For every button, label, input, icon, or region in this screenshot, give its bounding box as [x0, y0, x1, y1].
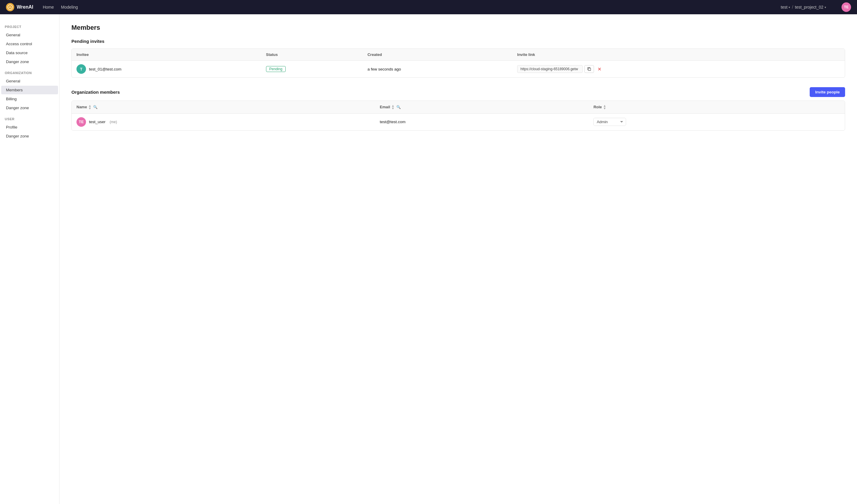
sidebar-item-user-profile[interactable]: Profile [1, 123, 58, 132]
created-time: a few seconds ago [368, 67, 401, 71]
org-members-header: Organization members Invite people [71, 87, 845, 97]
app-name: WrenAI [17, 4, 33, 10]
sidebar-item-user-danger-zone[interactable]: Danger zone [1, 132, 58, 140]
org-members-table-container: Name ▲▼ 🔍 Email ▲▼ [71, 101, 845, 131]
col-invite-link: Invite link [512, 49, 845, 61]
sidebar-item-org-danger-zone[interactable]: Danger zone [1, 103, 58, 112]
nav-home[interactable]: Home [43, 5, 54, 10]
sidebar-item-project-access-control[interactable]: Access control [1, 39, 58, 48]
breadcrumb: test ▾ / test_project_02 ▾ [781, 5, 826, 10]
svg-rect-2 [588, 68, 591, 70]
sidebar-item-project-data-source[interactable]: Data source [1, 49, 58, 57]
sort-email-icon[interactable]: ▲▼ [391, 104, 394, 110]
sidebar-item-org-billing[interactable]: Billing [1, 95, 58, 103]
sidebar-item-org-general[interactable]: General [1, 77, 58, 85]
page-title: Members [71, 24, 845, 32]
created-cell: a few seconds ago [363, 61, 512, 78]
col-status: Status [261, 49, 363, 61]
topnav: WrenAI Home Modeling test ▾ / test_proje… [0, 0, 857, 14]
nav-modeling[interactable]: Modeling [61, 5, 78, 10]
org-members-title: Organization members [71, 89, 120, 95]
avatar: T [77, 64, 86, 74]
main-content: Members Pending invites Invitee Status C… [60, 14, 857, 504]
invite-people-button[interactable]: Invite people [810, 87, 845, 97]
search-email-button[interactable]: 🔍 [396, 105, 401, 109]
member-email-cell: test@test.com [375, 113, 589, 130]
sidebar-item-project-general[interactable]: General [1, 31, 58, 39]
topnav-links: Home Modeling [43, 5, 78, 10]
status-badge: Pending [266, 66, 286, 72]
status-cell: Pending [261, 61, 363, 78]
sidebar: Project General Access control Data sour… [0, 14, 60, 504]
role-select[interactable]: Admin Member Viewer [593, 118, 626, 126]
org-members-table: Name ▲▼ 🔍 Email ▲▼ [72, 101, 845, 130]
layout: Project General Access control Data sour… [0, 14, 857, 504]
me-label: (me) [110, 120, 117, 124]
app-logo[interactable]: WrenAI [6, 3, 33, 11]
member-email: test@test.com [380, 120, 405, 124]
sort-role-icon[interactable]: ▲▼ [603, 104, 606, 110]
col-role: Role ▲▼ [589, 101, 845, 113]
sidebar-item-org-members[interactable]: Members [1, 86, 58, 94]
invitee-cell: T test_01@test.com [72, 61, 261, 78]
member-name-cell: TE test_user (me) [72, 113, 375, 130]
breadcrumb-separator: / [792, 5, 793, 10]
table-row: TE test_user (me) test@test.com Admin Me [72, 113, 845, 130]
col-created: Created [363, 49, 512, 61]
topnav-right: TE [841, 2, 851, 12]
sidebar-section-organization: Organization [0, 66, 59, 77]
table-row: T test_01@test.com Pending a few seconds… [72, 61, 845, 78]
logo-icon [6, 3, 14, 11]
svg-point-1 [9, 7, 10, 7]
col-email: Email ▲▼ 🔍 [375, 101, 589, 113]
copy-link-button[interactable] [584, 65, 594, 73]
member-role-cell: Admin Member Viewer [589, 113, 845, 130]
col-name: Name ▲▼ 🔍 [72, 101, 375, 113]
search-name-button[interactable]: 🔍 [93, 105, 98, 109]
sort-name-icon[interactable]: ▲▼ [88, 104, 91, 110]
breadcrumb-project[interactable]: test ▾ [781, 5, 790, 10]
remove-invite-button[interactable]: ✕ [596, 66, 603, 72]
invite-link-cell: https://cloud-staging-65189006.getw ✕ [512, 61, 845, 78]
col-invitee: Invitee [72, 49, 261, 61]
member-name: test_user [89, 120, 106, 124]
avatar: TE [77, 117, 86, 127]
svg-point-0 [8, 5, 13, 10]
breadcrumb-project-detail[interactable]: test_project_02 ▾ [795, 5, 826, 10]
invite-link-input: https://cloud-staging-65189006.getw [517, 65, 583, 73]
sidebar-section-user: User [0, 113, 59, 122]
sidebar-item-project-danger-zone[interactable]: Danger zone [1, 57, 58, 66]
sidebar-section-project: Project [0, 20, 59, 30]
invitee-email: test_01@test.com [89, 67, 121, 71]
pending-invites-table-container: Invitee Status Created Invite link T tes… [71, 49, 845, 78]
chevron-down-icon-2: ▾ [825, 6, 826, 9]
user-avatar[interactable]: TE [841, 2, 851, 12]
chevron-down-icon: ▾ [789, 6, 790, 9]
pending-invites-title: Pending invites [71, 39, 845, 44]
pending-invites-table: Invitee Status Created Invite link T tes… [72, 49, 845, 77]
